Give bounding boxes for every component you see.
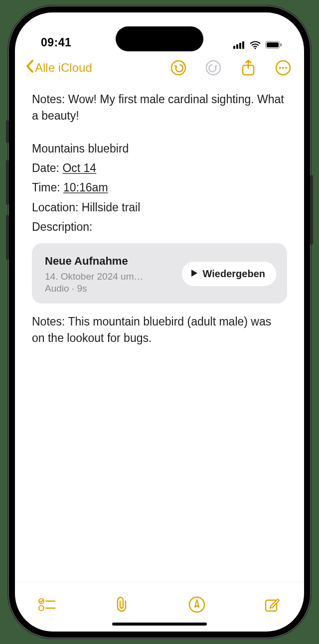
nav-actions (170, 60, 291, 76)
svg-rect-1 (236, 44, 238, 49)
svg-point-11 (279, 67, 281, 69)
note-location: Location: Hillside trail (32, 199, 287, 216)
play-button[interactable]: Wiedergeben (182, 262, 276, 286)
svg-rect-3 (242, 41, 244, 49)
audio-attachment[interactable]: Neue Aufnahme 14. Oktober 2024 um… Audio… (32, 243, 287, 303)
audio-date: 14. Oktober 2024 um… (45, 271, 176, 283)
markup-button[interactable] (188, 596, 206, 614)
side-button-vol-down (6, 215, 9, 260)
home-indicator[interactable] (112, 623, 207, 626)
share-button[interactable] (240, 60, 256, 76)
cellular-icon (233, 41, 245, 49)
svg-point-12 (282, 67, 284, 69)
svg-rect-0 (233, 46, 235, 49)
note-time: Time: 10:16am (32, 179, 287, 196)
audio-info: Neue Aufnahme 14. Oktober 2024 um… Audio… (45, 253, 176, 294)
side-button-silent (6, 120, 9, 143)
svg-point-13 (285, 67, 287, 69)
audio-meta: Audio · 9s (45, 283, 176, 295)
phone-frame: 09:41 13. Januar 2025 um 16:28 Al (8, 5, 311, 639)
undo-button[interactable] (170, 60, 186, 76)
dynamic-island (116, 26, 203, 51)
wifi-icon (249, 40, 261, 49)
checklist-button[interactable] (38, 596, 56, 614)
svg-rect-6 (281, 43, 282, 46)
battery-icon (265, 41, 282, 49)
note-line-1: Notes: Wow! My first male cardinal sight… (32, 91, 287, 125)
status-icons (233, 40, 282, 49)
redo-button[interactable] (205, 60, 221, 76)
nav-bar: 13. Januar 2025 um 16:28 Alle iCloud (15, 51, 304, 84)
side-button-vol-up (6, 160, 9, 205)
screen: 09:41 13. Januar 2025 um 16:28 Al (15, 12, 304, 632)
audio-title: Neue Aufnahme (45, 253, 176, 269)
play-label: Wiedergeben (203, 267, 265, 281)
note-bird-name: Mountains bluebird (32, 141, 287, 157)
note-date: Date: Oct 14 (32, 160, 287, 176)
svg-rect-5 (267, 42, 279, 47)
back-label: Alle iCloud (35, 61, 92, 75)
back-button[interactable]: Alle iCloud (25, 59, 92, 76)
chevron-left-icon (25, 59, 34, 76)
play-icon (191, 267, 198, 281)
more-button[interactable] (275, 60, 291, 76)
note-content[interactable]: Notes: Wow! My first male cardinal sight… (15, 84, 304, 582)
note-description-label: Description: (32, 219, 287, 235)
attachment-button[interactable] (113, 596, 131, 614)
svg-rect-2 (239, 43, 241, 49)
compose-button[interactable] (263, 596, 281, 614)
svg-point-16 (39, 606, 44, 611)
status-time: 09:41 (41, 36, 71, 49)
side-button-power (310, 175, 313, 245)
note-line-2: Notes: This mountain bluebird (adult mal… (32, 314, 287, 347)
